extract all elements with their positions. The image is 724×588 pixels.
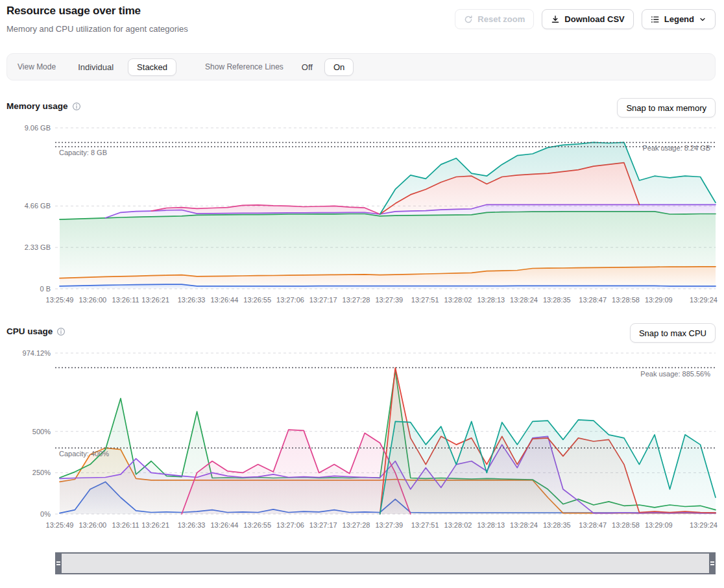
- x-axis-label: 13:26:44: [210, 296, 238, 304]
- info-icon[interactable]: [56, 327, 66, 336]
- x-axis-label: 13:27:39: [375, 296, 403, 304]
- snap-to-max-memory-button[interactable]: Snap to max memory: [617, 98, 716, 117]
- legend-button[interactable]: Legend: [642, 9, 716, 29]
- y-axis-label: 0%: [40, 510, 51, 518]
- x-axis-label: 13:28:58: [612, 521, 640, 529]
- reference-line-label: Capacity: 400%: [59, 450, 109, 458]
- x-axis-label: 13:26:55: [243, 521, 271, 529]
- x-axis-label: 13:26:21: [141, 296, 169, 304]
- cpu-title-text: CPU usage: [6, 326, 53, 336]
- download-csv-button[interactable]: Download CSV: [542, 9, 633, 29]
- series-blue-area: [60, 482, 716, 514]
- x-axis-label: 13:29:09: [645, 521, 673, 529]
- series-purple-area: [60, 204, 716, 219]
- legend-label: Legend: [664, 14, 694, 24]
- x-axis-label: 13:26:11: [112, 296, 139, 304]
- series-red-line: [380, 163, 640, 214]
- series-orange-area: [60, 267, 716, 286]
- reference-lines-on-selected[interactable]: On: [324, 58, 354, 76]
- x-axis-label: 13:28:24: [510, 521, 538, 529]
- series-teal-line: [380, 420, 716, 514]
- x-axis-label: 13:27:17: [309, 296, 337, 304]
- x-axis-label: 13:27:06: [276, 521, 304, 529]
- view-mode-label: View Mode: [18, 62, 56, 71]
- x-axis-label: 13:28:13: [477, 296, 505, 304]
- y-axis-label: 500%: [32, 428, 51, 435]
- series-purple-line: [106, 204, 716, 218]
- cpu-section-title: CPU usage: [6, 326, 66, 336]
- series-orange-line: [60, 267, 716, 278]
- series-teal-line: [380, 142, 716, 214]
- brush-handle-right[interactable]: [709, 552, 716, 574]
- download-csv-label: Download CSV: [564, 14, 624, 24]
- series-red-area: [60, 163, 716, 220]
- series-green-line: [60, 371, 716, 510]
- series-pink-area: [60, 204, 716, 219]
- x-axis-label: 13:28:47: [579, 296, 607, 304]
- brush-handle-left[interactable]: [55, 552, 62, 574]
- x-axis-label: 13:26:00: [78, 521, 106, 529]
- series-blue-line: [60, 284, 716, 286]
- y-axis-label: 974.12%: [23, 349, 51, 357]
- x-axis-label: 13:27:06: [276, 296, 304, 304]
- x-axis-label: 13:28:35: [543, 521, 571, 529]
- page-subtitle: Memory and CPU utilization for agent cat…: [6, 24, 188, 34]
- series-green-area: [60, 212, 716, 278]
- x-axis-label: 13:26:11: [112, 521, 139, 529]
- x-axis-label: 13:28:58: [612, 296, 640, 304]
- y-axis-label: 2.33 GB: [25, 243, 51, 251]
- y-axis-label: 0 B: [40, 285, 51, 293]
- x-axis-label: 13:28:35: [543, 296, 571, 304]
- x-axis-label: 13:27:51: [411, 296, 439, 304]
- reset-icon: [464, 15, 473, 24]
- x-axis-label: 13:29:24: [690, 296, 718, 304]
- reset-zoom-label: Reset zoom: [477, 14, 525, 24]
- x-axis-label: 13:27:39: [375, 521, 403, 529]
- y-axis-label: 250%: [32, 469, 51, 476]
- x-axis-label: 13:28:47: [579, 521, 607, 529]
- info-icon[interactable]: [72, 102, 81, 111]
- series-red-area: [60, 368, 716, 515]
- page-title: Resource usage over time: [6, 5, 141, 18]
- series-teal-area: [60, 142, 716, 219]
- reference-line-label: Capacity: 8 GB: [59, 149, 107, 156]
- x-axis-label: 13:26:00: [78, 296, 106, 304]
- series-purple-area: [60, 436, 716, 514]
- x-axis-label: 13:26:44: [210, 521, 238, 529]
- reference-lines-off[interactable]: Off: [298, 59, 317, 75]
- series-blue-line: [60, 482, 716, 513]
- legend-list-icon: [651, 15, 660, 24]
- view-mode-stacked-selected[interactable]: Stacked: [128, 58, 176, 76]
- dashboard: 0 B2.33 GB4.66 GB9.06 GBCapacity: 8 GBPe…: [0, 0, 724, 588]
- series-orange-line: [60, 448, 716, 513]
- chevron-down-icon: [699, 16, 706, 23]
- reference-line-label: Peak usage: 885.56%: [640, 370, 710, 378]
- x-axis-label: 13:26:33: [178, 521, 206, 529]
- y-axis-label: 9.06 GB: [25, 124, 51, 132]
- download-icon: [551, 15, 560, 24]
- series-blue-area: [60, 284, 716, 289]
- x-axis-label: 13:27:17: [309, 521, 337, 529]
- series-pink-line: [151, 205, 380, 214]
- series-teal-area: [60, 420, 716, 514]
- view-mode-individual[interactable]: Individual: [74, 59, 117, 75]
- y-axis-label: 4.66 GB: [25, 202, 51, 210]
- x-axis-label: 13:28:13: [477, 521, 505, 529]
- x-axis-label: 13:29:09: [645, 296, 673, 304]
- memory-chart[interactable]: 0 B2.33 GB4.66 GB9.06 GBCapacity: 8 GBPe…: [0, 0, 724, 588]
- x-axis-label: 13:29:24: [690, 521, 718, 529]
- x-axis-label: 13:25:49: [46, 296, 74, 304]
- show-reference-lines-label: Show Reference Lines: [205, 62, 284, 71]
- x-axis-label: 13:27:51: [411, 521, 439, 529]
- cpu-chart[interactable]: 0%250%500%974.12%Capacity: 400%Peak usag…: [0, 0, 724, 588]
- x-axis-label: 13:27:28: [343, 521, 370, 529]
- x-axis-label: 13:28:02: [444, 296, 472, 304]
- x-axis-label: 13:25:49: [46, 521, 74, 529]
- controls-toolbar: View Mode Individual Stacked Show Refere…: [6, 53, 716, 80]
- reset-zoom-button[interactable]: Reset zoom: [455, 9, 534, 29]
- snap-to-max-cpu-button[interactable]: Snap to max CPU: [630, 323, 716, 343]
- memory-title-text: Memory usage: [6, 101, 68, 111]
- series-green-line: [60, 212, 716, 219]
- time-range-brush[interactable]: [55, 552, 716, 574]
- series-orange-area: [60, 448, 716, 514]
